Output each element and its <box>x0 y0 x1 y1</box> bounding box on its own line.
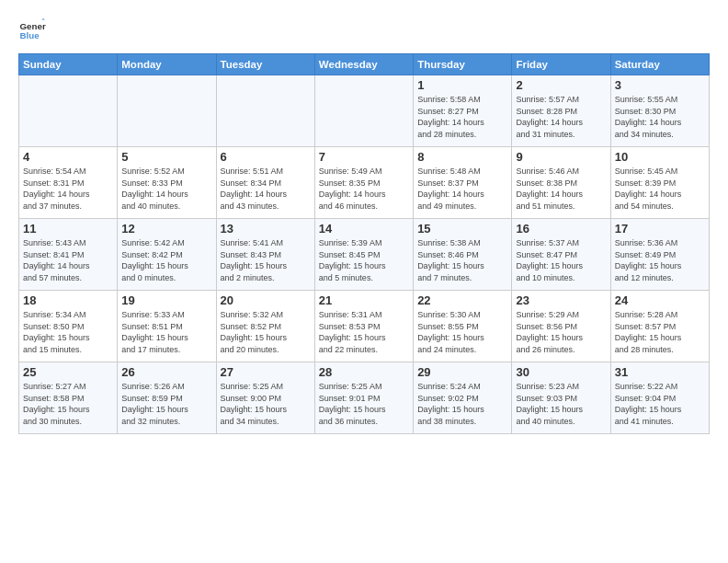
day-number: 16 <box>516 222 606 236</box>
day-info: Sunrise: 5:28 AM Sunset: 8:57 PM Dayligh… <box>615 310 682 354</box>
day-number: 27 <box>221 365 311 379</box>
day-info: Sunrise: 5:45 AM Sunset: 8:39 PM Dayligh… <box>615 167 682 211</box>
weekday-header: Wednesday <box>314 54 413 75</box>
svg-text:Blue: Blue <box>20 30 40 40</box>
day-info: Sunrise: 5:54 AM Sunset: 8:31 PM Dayligh… <box>23 167 90 211</box>
day-number: 24 <box>615 293 705 307</box>
day-info: Sunrise: 5:29 AM Sunset: 8:56 PM Dayligh… <box>516 310 583 354</box>
day-info: Sunrise: 5:37 AM Sunset: 8:47 PM Dayligh… <box>516 238 583 282</box>
day-number: 23 <box>516 293 606 307</box>
day-info: Sunrise: 5:42 AM Sunset: 8:42 PM Dayligh… <box>121 238 188 282</box>
calendar-cell: 16Sunrise: 5:37 AM Sunset: 8:47 PM Dayli… <box>512 219 610 291</box>
calendar-cell: 30Sunrise: 5:23 AM Sunset: 9:03 PM Dayli… <box>512 362 610 434</box>
day-info: Sunrise: 5:48 AM Sunset: 8:37 PM Dayligh… <box>417 167 484 211</box>
day-info: Sunrise: 5:55 AM Sunset: 8:30 PM Dayligh… <box>615 95 682 139</box>
calendar-cell <box>19 75 118 147</box>
logo: General Blue <box>18 17 50 44</box>
day-info: Sunrise: 5:31 AM Sunset: 8:53 PM Dayligh… <box>319 310 386 354</box>
day-info: Sunrise: 5:58 AM Sunset: 8:27 PM Dayligh… <box>417 95 484 139</box>
day-info: Sunrise: 5:49 AM Sunset: 8:35 PM Dayligh… <box>319 167 386 211</box>
day-info: Sunrise: 5:24 AM Sunset: 9:02 PM Dayligh… <box>417 382 484 426</box>
day-number: 17 <box>615 222 705 236</box>
day-info: Sunrise: 5:26 AM Sunset: 8:59 PM Dayligh… <box>121 382 188 426</box>
calendar-cell: 18Sunrise: 5:34 AM Sunset: 8:50 PM Dayli… <box>19 291 118 362</box>
calendar-cell <box>216 75 314 147</box>
calendar-cell: 15Sunrise: 5:38 AM Sunset: 8:46 PM Dayli… <box>414 219 512 291</box>
day-info: Sunrise: 5:41 AM Sunset: 8:43 PM Dayligh… <box>221 238 288 282</box>
calendar-cell: 21Sunrise: 5:31 AM Sunset: 8:53 PM Dayli… <box>314 291 413 362</box>
day-info: Sunrise: 5:23 AM Sunset: 9:03 PM Dayligh… <box>516 382 583 426</box>
day-info: Sunrise: 5:57 AM Sunset: 8:28 PM Dayligh… <box>516 95 583 139</box>
day-info: Sunrise: 5:22 AM Sunset: 9:04 PM Dayligh… <box>615 382 682 426</box>
day-number: 12 <box>121 222 211 236</box>
weekday-header: Tuesday <box>216 54 314 75</box>
calendar-cell: 12Sunrise: 5:42 AM Sunset: 8:42 PM Dayli… <box>118 219 216 291</box>
calendar-cell: 27Sunrise: 5:25 AM Sunset: 9:00 PM Dayli… <box>216 362 314 434</box>
day-number: 7 <box>319 150 409 164</box>
day-info: Sunrise: 5:52 AM Sunset: 8:33 PM Dayligh… <box>121 167 188 211</box>
calendar-cell: 5Sunrise: 5:52 AM Sunset: 8:33 PM Daylig… <box>118 147 216 219</box>
day-info: Sunrise: 5:39 AM Sunset: 8:45 PM Dayligh… <box>319 238 386 282</box>
day-number: 11 <box>23 222 113 236</box>
weekday-header: Friday <box>512 54 610 75</box>
day-info: Sunrise: 5:27 AM Sunset: 8:58 PM Dayligh… <box>23 382 90 426</box>
day-info: Sunrise: 5:51 AM Sunset: 8:34 PM Dayligh… <box>221 167 288 211</box>
calendar-cell: 17Sunrise: 5:36 AM Sunset: 8:49 PM Dayli… <box>610 219 709 291</box>
calendar-cell: 7Sunrise: 5:49 AM Sunset: 8:35 PM Daylig… <box>314 147 413 219</box>
day-number: 6 <box>221 150 311 164</box>
weekday-header: Saturday <box>610 54 709 75</box>
day-number: 10 <box>615 150 705 164</box>
calendar-cell: 24Sunrise: 5:28 AM Sunset: 8:57 PM Dayli… <box>610 291 709 362</box>
day-info: Sunrise: 5:25 AM Sunset: 9:01 PM Dayligh… <box>319 382 386 426</box>
weekday-header: Monday <box>118 54 216 75</box>
day-number: 29 <box>417 365 507 379</box>
svg-text:General: General <box>20 21 47 31</box>
calendar-cell: 3Sunrise: 5:55 AM Sunset: 8:30 PM Daylig… <box>610 75 709 147</box>
day-info: Sunrise: 5:38 AM Sunset: 8:46 PM Dayligh… <box>417 238 484 282</box>
day-number: 21 <box>319 293 409 307</box>
calendar-cell: 4Sunrise: 5:54 AM Sunset: 8:31 PM Daylig… <box>19 147 118 219</box>
day-info: Sunrise: 5:34 AM Sunset: 8:50 PM Dayligh… <box>23 310 90 354</box>
day-number: 13 <box>221 222 311 236</box>
day-number: 3 <box>615 78 705 92</box>
day-info: Sunrise: 5:43 AM Sunset: 8:41 PM Dayligh… <box>23 238 90 282</box>
day-info: Sunrise: 5:36 AM Sunset: 8:49 PM Dayligh… <box>615 238 682 282</box>
day-info: Sunrise: 5:32 AM Sunset: 8:52 PM Dayligh… <box>221 310 288 354</box>
svg-marker-2 <box>41 18 45 19</box>
day-info: Sunrise: 5:46 AM Sunset: 8:38 PM Dayligh… <box>516 167 583 211</box>
day-info: Sunrise: 5:33 AM Sunset: 8:51 PM Dayligh… <box>121 310 188 354</box>
day-number: 8 <box>417 150 507 164</box>
calendar-cell: 6Sunrise: 5:51 AM Sunset: 8:34 PM Daylig… <box>216 147 314 219</box>
day-number: 19 <box>121 293 211 307</box>
day-number: 22 <box>417 293 507 307</box>
day-number: 2 <box>516 78 606 92</box>
calendar-cell: 25Sunrise: 5:27 AM Sunset: 8:58 PM Dayli… <box>19 362 118 434</box>
calendar-cell: 1Sunrise: 5:58 AM Sunset: 8:27 PM Daylig… <box>414 75 512 147</box>
day-number: 31 <box>615 365 705 379</box>
calendar-cell <box>314 75 413 147</box>
day-number: 28 <box>319 365 409 379</box>
calendar-table: SundayMondayTuesdayWednesdayThursdayFrid… <box>18 53 710 434</box>
calendar-cell: 23Sunrise: 5:29 AM Sunset: 8:56 PM Dayli… <box>512 291 610 362</box>
day-number: 5 <box>121 150 211 164</box>
calendar-cell: 28Sunrise: 5:25 AM Sunset: 9:01 PM Dayli… <box>314 362 413 434</box>
calendar-cell: 11Sunrise: 5:43 AM Sunset: 8:41 PM Dayli… <box>19 219 118 291</box>
calendar-cell: 13Sunrise: 5:41 AM Sunset: 8:43 PM Dayli… <box>216 219 314 291</box>
day-number: 20 <box>221 293 311 307</box>
calendar-cell: 2Sunrise: 5:57 AM Sunset: 8:28 PM Daylig… <box>512 75 610 147</box>
calendar-cell: 14Sunrise: 5:39 AM Sunset: 8:45 PM Dayli… <box>314 219 413 291</box>
calendar-cell: 19Sunrise: 5:33 AM Sunset: 8:51 PM Dayli… <box>118 291 216 362</box>
calendar-cell: 29Sunrise: 5:24 AM Sunset: 9:02 PM Dayli… <box>414 362 512 434</box>
calendar-cell: 20Sunrise: 5:32 AM Sunset: 8:52 PM Dayli… <box>216 291 314 362</box>
page-header: General Blue <box>18 17 710 44</box>
day-number: 25 <box>23 365 113 379</box>
weekday-header: Sunday <box>19 54 118 75</box>
calendar-cell <box>118 75 216 147</box>
day-number: 26 <box>121 365 211 379</box>
day-number: 14 <box>319 222 409 236</box>
day-number: 18 <box>23 293 113 307</box>
day-number: 15 <box>417 222 507 236</box>
day-number: 1 <box>417 78 507 92</box>
calendar-cell: 8Sunrise: 5:48 AM Sunset: 8:37 PM Daylig… <box>414 147 512 219</box>
logo-icon: General Blue <box>18 17 46 44</box>
